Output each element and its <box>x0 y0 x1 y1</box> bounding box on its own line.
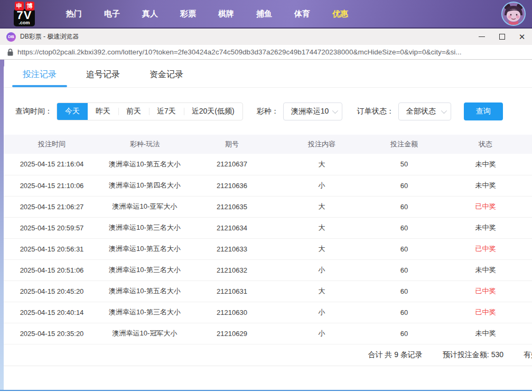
game-play: 澳洲幸运10-第三名大小 <box>100 259 190 281</box>
game-play: 澳洲幸运10-第四名大小 <box>100 175 190 196</box>
browser-app-icon: DB <box>6 32 16 42</box>
header-issue: 期号 <box>190 135 274 154</box>
page-content: 投注记录 追号记录 资金记录 查询时间： 今天 昨天 前天 近7天 近20天(低… <box>0 60 532 391</box>
summary-bar: 合计 共 9 条记录 预计投注金额: 530 有效投注金额 <box>4 344 532 366</box>
status-label: 已中奖 <box>439 196 532 217</box>
time-option-day-before[interactable]: 前天 <box>118 103 149 120</box>
bet-amount: 60 <box>369 302 439 323</box>
bet-content: 小 <box>274 259 369 281</box>
nav-item-sports[interactable]: 体育 <box>283 9 321 19</box>
minimize-button[interactable] <box>472 29 492 45</box>
address-bar[interactable]: https://ctop02pcali.2kbxi392.com/lottery… <box>0 45 532 60</box>
summary-expected-amount: 预计投注金额: 530 <box>443 350 503 360</box>
status-label: 未中奖 <box>439 175 532 196</box>
bet-amount: 60 <box>369 259 439 281</box>
bet-content: 大 <box>274 217 369 238</box>
time-range-segments: 今天 昨天 前天 近7天 近20天(低频) <box>57 102 243 120</box>
window-bottom-border <box>0 390 532 391</box>
bet-amount: 60 <box>369 281 439 302</box>
close-button[interactable]: ✕ <box>512 29 532 45</box>
window-title: DB彩票 - 极速浏览器 <box>20 32 79 41</box>
header-bet-amount: 投注金额 <box>369 135 439 154</box>
time-option-20days[interactable]: 近20天(低频) <box>184 103 242 120</box>
filter-bar: 查询时间： 今天 昨天 前天 近7天 近20天(低频) 彩种： 澳洲幸运10 订… <box>15 102 532 120</box>
query-button[interactable]: 查询 <box>464 102 503 120</box>
game-play: 澳洲幸运10-第五名大小 <box>100 281 190 302</box>
bet-time: 2025-04-15 20:56:31 <box>4 238 100 259</box>
status-label: 未中奖 <box>439 217 532 238</box>
game-play: 澳洲幸运10-冠军大小 <box>100 323 190 344</box>
table-row: 2025-04-15 21:10:06 澳洲幸运10-第四名大小 2121063… <box>4 175 532 196</box>
issue-number: 21210633 <box>190 238 274 259</box>
site-logo[interactable]: 申 博 7V .com <box>6 2 42 26</box>
lottery-select-value: 澳洲幸运10 <box>291 107 329 116</box>
bet-amount: 60 <box>369 323 439 344</box>
bet-content: 大 <box>274 154 369 175</box>
bet-amount: 60 <box>369 238 439 259</box>
promo-nav: 申 博 7V .com 热门 电子 真人 彩票 棋牌 捕鱼 体育 优惠 <box>0 0 532 27</box>
bet-content: 大 <box>274 196 369 217</box>
tab-fund-records[interactable]: 资金记录 <box>142 69 191 87</box>
table-row: 2025-04-15 20:40:14 澳洲幸运10-第三名大小 2121063… <box>4 302 532 323</box>
table-header-row: 投注时间 彩种-玩法 期号 投注内容 投注金额 状态 <box>4 135 532 154</box>
table-row: 2025-04-15 21:16:04 澳洲幸运10-第五名大小 2121063… <box>4 154 532 175</box>
close-icon: ✕ <box>519 33 526 41</box>
bet-content: 小 <box>274 175 369 196</box>
tab-bet-records[interactable]: 投注记录 <box>15 69 64 87</box>
user-avatar[interactable] <box>501 2 526 26</box>
order-status-select[interactable]: 全部状态 <box>398 102 451 120</box>
order-status-label: 订单状态： <box>357 107 394 116</box>
maximize-icon <box>499 34 505 40</box>
time-option-yesterday[interactable]: 昨天 <box>88 103 118 120</box>
issue-number: 21210629 <box>190 323 274 344</box>
summary-valid-amount: 有效投注金额 <box>524 350 532 360</box>
issue-number: 21210632 <box>190 259 274 281</box>
avatar-image <box>502 3 525 25</box>
status-label: 未中奖 <box>439 259 532 281</box>
bet-time: 2025-04-15 20:51:06 <box>4 259 100 281</box>
bet-content: 大 <box>274 238 369 259</box>
logo-badges: 申 博 <box>15 2 34 11</box>
issue-number: 21210631 <box>190 281 274 302</box>
order-status-value: 全部状态 <box>406 107 436 116</box>
records-card: 投注记录 追号记录 资金记录 查询时间： 今天 昨天 前天 近7天 近20天(低… <box>4 62 532 391</box>
logo-box: 7V .com <box>14 9 35 26</box>
issue-number: 21210630 <box>190 302 274 323</box>
issue-number: 21210636 <box>190 175 274 196</box>
header-status: 状态 <box>439 135 532 154</box>
bet-time: 2025-04-15 21:06:27 <box>4 196 100 217</box>
header-bet-content: 投注内容 <box>274 135 369 154</box>
time-option-7days[interactable]: 近7天 <box>149 103 184 120</box>
tab-chase-records[interactable]: 追号记录 <box>79 69 127 87</box>
table-row: 2025-04-15 20:56:31 澳洲幸运10-第五名大小 2121063… <box>4 238 532 259</box>
url-text: https://ctop02pcali.2kbxi392.com/lottery… <box>17 48 462 56</box>
nav-item-hot[interactable]: 热门 <box>55 9 93 19</box>
bet-time: 2025-04-15 20:45:20 <box>4 281 100 302</box>
maximize-button[interactable] <box>492 29 512 45</box>
nav-item-electronic[interactable]: 电子 <box>93 9 131 19</box>
chevron-down-icon <box>441 108 446 114</box>
nav-menu: 热门 电子 真人 彩票 棋牌 捕鱼 体育 优惠 <box>55 9 359 19</box>
nav-item-promo[interactable]: 优惠 <box>321 9 359 19</box>
table-row: 2025-04-15 20:59:57 澳洲幸运10-第三名大小 2121063… <box>4 217 532 238</box>
issue-number: 21210634 <box>190 217 274 238</box>
game-play: 澳洲幸运10-第三名大小 <box>100 217 190 238</box>
table-row: 2025-04-15 20:51:06 澳洲幸运10-第三名大小 2121063… <box>4 259 532 281</box>
time-option-today[interactable]: 今天 <box>57 103 88 120</box>
chevron-down-icon <box>332 108 338 114</box>
table-row: 2025-04-15 21:06:27 澳洲幸运10-亚军大小 21210635… <box>4 196 532 217</box>
nav-item-chess[interactable]: 棋牌 <box>207 9 245 19</box>
nav-item-fishing[interactable]: 捕鱼 <box>245 9 283 19</box>
nav-item-lottery[interactable]: 彩票 <box>169 9 207 19</box>
window-controls: ✕ <box>472 29 532 45</box>
bet-amount: 60 <box>369 175 439 196</box>
lottery-select[interactable]: 澳洲幸运10 <box>283 102 342 120</box>
nav-item-live[interactable]: 真人 <box>131 9 169 19</box>
lottery-filter-label: 彩种： <box>257 107 279 116</box>
logo-badge-left: 申 <box>15 2 24 11</box>
logo-main-text: 7V <box>17 10 32 21</box>
bet-time: 2025-04-15 21:16:04 <box>4 154 100 175</box>
table-row: 2025-04-15 20:45:20 澳洲幸运10-第五名大小 2121063… <box>4 281 532 302</box>
game-play: 澳洲幸运10-第五名大小 <box>100 154 190 175</box>
bet-content: 大 <box>274 281 369 302</box>
